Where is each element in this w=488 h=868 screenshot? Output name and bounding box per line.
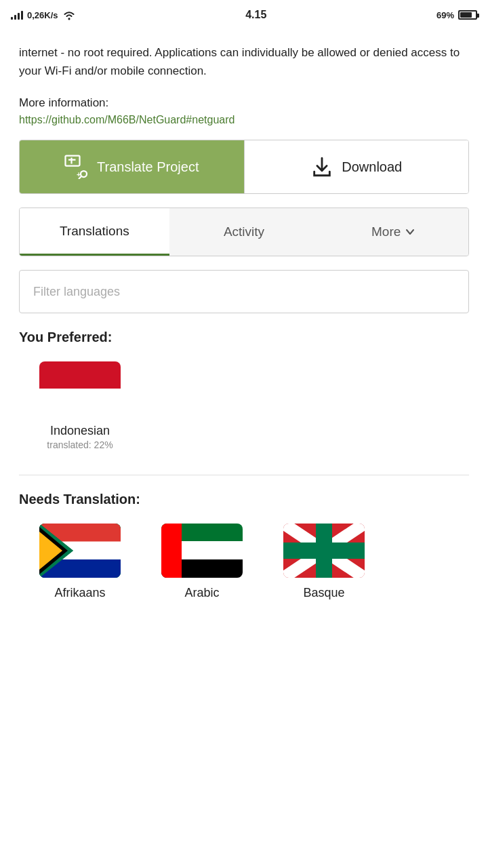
svg-rect-30 bbox=[283, 542, 365, 559]
list-item[interactable]: Arabic bbox=[141, 524, 263, 600]
svg-rect-7 bbox=[39, 361, 121, 389]
translated-percent: translated: 22% bbox=[47, 439, 113, 450]
preferred-heading: You Preferred: bbox=[19, 330, 469, 345]
flag-indonesia bbox=[39, 361, 121, 416]
download-button-label: Download bbox=[342, 159, 402, 175]
needs-translation-grid: Afrikaans Arabic bbox=[19, 524, 469, 614]
flag-arabic bbox=[161, 524, 243, 578]
signal-icon bbox=[11, 10, 23, 20]
translate-project-button[interactable]: + Translate Project bbox=[20, 140, 244, 193]
network-speed: 0,26K/s bbox=[27, 10, 58, 20]
svg-rect-8 bbox=[39, 389, 121, 416]
tabs-bar: Translations Activity More bbox=[19, 208, 469, 256]
svg-rect-25 bbox=[161, 524, 182, 578]
list-item[interactable]: Basque bbox=[263, 524, 385, 600]
flag-afrikaans bbox=[39, 524, 121, 578]
filter-languages-input[interactable] bbox=[19, 270, 469, 313]
tab-translations[interactable]: Translations bbox=[20, 208, 169, 256]
svg-point-0 bbox=[68, 18, 70, 20]
translate-button-label: Translate Project bbox=[97, 159, 199, 175]
language-name: Arabic bbox=[184, 586, 219, 600]
github-link[interactable]: https://github.com/M66B/NetGuard#netguar… bbox=[19, 114, 235, 125]
wifi-icon bbox=[62, 10, 76, 20]
svg-rect-1 bbox=[66, 156, 80, 166]
language-name: Basque bbox=[303, 586, 344, 600]
preferred-language-grid: Indonesian translated: 22% bbox=[19, 361, 469, 464]
list-item[interactable]: Indonesian translated: 22% bbox=[19, 361, 141, 450]
download-button[interactable]: Download bbox=[244, 140, 469, 193]
flag-basque bbox=[283, 524, 365, 578]
battery-percent: 69% bbox=[436, 10, 454, 20]
more-info-section: More information: https://github.com/M66… bbox=[19, 96, 469, 126]
preferred-section: You Preferred: Indonesian translated: 22… bbox=[19, 330, 469, 464]
language-name: Indonesian bbox=[50, 424, 110, 438]
action-buttons: + Translate Project Download bbox=[19, 140, 469, 194]
download-icon bbox=[310, 155, 333, 178]
section-divider bbox=[19, 475, 469, 475]
time-display: 4.15 bbox=[245, 9, 266, 21]
status-left: 0,26K/s bbox=[11, 10, 76, 20]
tab-more[interactable]: More bbox=[319, 208, 468, 256]
tab-activity[interactable]: Activity bbox=[169, 208, 319, 256]
description-text: internet - no root required. Application… bbox=[19, 30, 469, 80]
svg-text:+: + bbox=[77, 170, 81, 178]
language-name: Afrikaans bbox=[54, 586, 105, 600]
status-right: 69% bbox=[436, 10, 477, 20]
list-item[interactable]: Afrikaans bbox=[19, 524, 141, 600]
chevron-down-icon bbox=[405, 226, 415, 237]
status-bar: 0,26K/s 4.15 69% bbox=[0, 0, 488, 30]
main-content: internet - no root required. Application… bbox=[0, 30, 488, 614]
translate-icon: + bbox=[64, 155, 89, 179]
more-info-label: More information: bbox=[19, 96, 469, 110]
needs-translation-section: Needs Translation: bbox=[19, 492, 469, 614]
battery-icon bbox=[458, 10, 477, 20]
needs-translation-heading: Needs Translation: bbox=[19, 492, 469, 507]
